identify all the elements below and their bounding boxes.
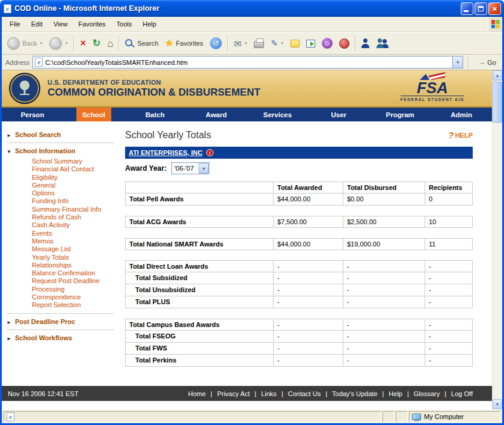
footer-divider: | [254, 390, 256, 397]
forward-button[interactable]: → ▼ [46, 34, 71, 53]
nav-item-user[interactable]: User [308, 108, 369, 121]
table-row: Total PLUS - - - [125, 296, 473, 308]
minimize-button[interactable] [461, 2, 473, 15]
footer-link-todays-update[interactable]: Today's Update [332, 390, 377, 397]
footer-link-links[interactable]: Links [261, 390, 277, 397]
sidebar-link[interactable]: Financial Aid Contact [32, 165, 120, 173]
toolbar-separator [227, 35, 229, 51]
sidebar-link[interactable]: Refunds of Cash [32, 213, 120, 221]
home-button[interactable]: ⌂ [104, 34, 116, 53]
sidebar-link[interactable]: Relationships [32, 261, 120, 269]
sidebar-section-school-information[interactable]: ▼ School Information [5, 145, 120, 157]
sidebar-link[interactable]: School Summary [32, 157, 120, 165]
sidebar-link[interactable]: Options [32, 189, 120, 197]
sidebar-link[interactable]: Balance Confirmation [32, 269, 120, 277]
footer-link-contact-us[interactable]: Contact Us [288, 390, 321, 397]
sidebar-link[interactable]: Request Post Deadline [32, 277, 120, 285]
select-dropdown-button[interactable]: ▼ [198, 163, 209, 174]
forward-dropdown-icon[interactable]: ▼ [64, 41, 68, 45]
sidebar-link[interactable]: Memos [32, 237, 120, 245]
nav-item-services[interactable]: Services [247, 108, 309, 121]
back-dropdown-icon[interactable]: ▼ [39, 41, 43, 45]
history-button[interactable]: ↺ [207, 34, 225, 53]
page-icon: e [7, 412, 14, 421]
footer-link-privacy-act[interactable]: Privacy Act [217, 390, 250, 397]
media-button[interactable] [336, 34, 352, 53]
favorites-button[interactable]: ★ Favorites [162, 34, 206, 53]
sidebar-link[interactable]: Eligibility [32, 174, 120, 182]
menu-view[interactable]: View [48, 18, 73, 30]
sidebar-link[interactable]: Message List [32, 245, 120, 253]
scrollbar-thumb[interactable] [493, 82, 502, 123]
table-cell: $2,500.00 [343, 216, 425, 228]
sidebar-link[interactable]: Cash Activity [32, 221, 120, 229]
browser-window: e COD Online - Microsoft Internet Explor… [0, 0, 504, 425]
nav-item-school[interactable]: School [63, 108, 124, 121]
scroll-down-button[interactable]: ▼ [493, 399, 502, 409]
help-link[interactable]: ? HELP [448, 130, 473, 140]
sidebar-link[interactable]: Summary Financial Info [32, 206, 120, 213]
agency-name: U.S. DEPARTMENT OF EDUCATION [48, 79, 260, 86]
table-cell: - [425, 284, 473, 296]
address-input[interactable] [45, 57, 450, 68]
nav-item-award[interactable]: Award [186, 108, 247, 121]
maximize-button[interactable] [475, 2, 487, 15]
bottom-spacer [2, 401, 492, 409]
nav-item-admin[interactable]: Admin [431, 108, 492, 121]
site-banner: U.S. DEPARTMENT OF EDUCATION COMMON ORIG… [2, 70, 492, 108]
sidebar-section-post-deadline[interactable]: ► Post Deadline Proc [5, 316, 120, 328]
mail-dropdown-icon[interactable]: ▼ [244, 41, 247, 45]
nav-item-batch[interactable]: Batch [124, 108, 186, 121]
menu-tools[interactable]: Tools [111, 18, 138, 30]
footer-link-help[interactable]: Help [389, 390, 402, 397]
award-year-select[interactable]: '06-'07 ▼ [171, 162, 209, 174]
search-button[interactable]: Search [122, 34, 161, 53]
vertical-scrollbar[interactable]: ▲ ▼ [492, 70, 502, 409]
footer-link-log-off[interactable]: Log Off [451, 390, 473, 397]
edit-dropdown-icon[interactable]: ▼ [280, 41, 284, 45]
sidebar-link[interactable]: Correspondence [32, 293, 120, 301]
launch-button[interactable] [303, 34, 318, 53]
back-button[interactable]: ← Back ▼ [4, 34, 46, 53]
menu-help[interactable]: Help [137, 18, 162, 30]
messenger-button[interactable]: ☺ [319, 34, 336, 53]
search-icon [125, 39, 132, 46]
menu-favorites[interactable]: Favorites [73, 18, 111, 30]
title-bar[interactable]: e COD Online - Microsoft Internet Explor… [0, 0, 504, 17]
table-cell: - [343, 284, 425, 296]
mail-button[interactable]: ✉ ▼ [231, 34, 251, 53]
table-row: Total FWS - - - [125, 343, 473, 355]
go-button[interactable]: → Go [474, 58, 500, 67]
sidebar-section-school-search[interactable]: ► School Search [5, 129, 120, 141]
close-button[interactable]: × [488, 2, 501, 15]
sidebar-link-yearly-totals[interactable]: Yearly Totals [32, 254, 120, 261]
scroll-up-button[interactable]: ▲ [493, 70, 502, 81]
sidebar-link[interactable]: Funding Info [32, 197, 120, 205]
nav-item-person[interactable]: Person [2, 108, 63, 121]
title-left: e COD Online - Microsoft Internet Explor… [4, 4, 159, 13]
scrollbar-track[interactable] [493, 81, 502, 399]
stop-button[interactable]: × [77, 34, 88, 53]
sidebar-link[interactable]: Events [32, 230, 120, 237]
table-group-acg: Total ACG Awards $7,500.00 $2,500.00 10 [125, 216, 473, 228]
refresh-button[interactable]: ↻ [90, 34, 103, 53]
community-button[interactable] [373, 34, 393, 53]
sidebar-link[interactable]: General [32, 182, 120, 189]
nav-item-program[interactable]: Program [369, 108, 431, 121]
info-icon[interactable]: i [206, 149, 214, 156]
menu-edit[interactable]: Edit [26, 18, 48, 30]
contact-button[interactable] [358, 34, 373, 53]
sidebar-link[interactable]: Processing [32, 286, 120, 293]
edit-button[interactable]: ✎ ▼ [268, 34, 287, 53]
footer-link-home[interactable]: Home [188, 390, 206, 397]
print-button[interactable] [251, 34, 267, 53]
sidebar-section-school-workflows[interactable]: ► School Workflows [5, 332, 120, 344]
address-dropdown-button[interactable]: ▼ [452, 57, 463, 68]
table-row: Total Subsidized - - - [125, 272, 473, 284]
footer-link-glossary[interactable]: Glossary [414, 390, 440, 397]
school-name-link[interactable]: ATI ENTERPRISES, INC [129, 149, 203, 156]
discuss-button[interactable] [287, 34, 303, 53]
sidebar-link[interactable]: Report Selection [32, 301, 120, 309]
menu-file[interactable]: File [4, 18, 26, 30]
table-cell: - [425, 272, 473, 284]
